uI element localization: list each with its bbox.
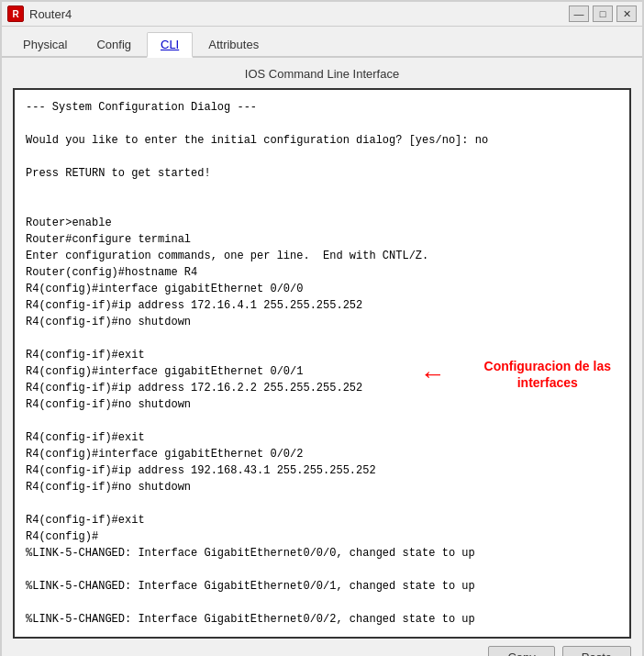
terminal[interactable]: --- System Configuration Dialog --- Woul… xyxy=(15,90,629,637)
main-window: R Router4 — □ ✕ Physical Config CLI Attr… xyxy=(0,0,644,656)
terminal-text: --- System Configuration Dialog --- Woul… xyxy=(26,99,618,628)
content-area: IOS Command Line Interface --- System Co… xyxy=(2,58,642,656)
title-bar: R Router4 — □ ✕ xyxy=(2,2,642,27)
button-bar: Copy Paste xyxy=(13,639,631,656)
title-controls: — □ ✕ xyxy=(569,6,637,22)
minimize-button[interactable]: — xyxy=(569,6,589,22)
paste-button[interactable]: Paste xyxy=(562,646,631,656)
tab-config[interactable]: Config xyxy=(83,32,145,56)
tab-attributes[interactable]: Attributes xyxy=(194,32,272,56)
tab-bar: Physical Config CLI Attributes xyxy=(2,27,642,58)
tab-cli[interactable]: CLI xyxy=(147,32,193,58)
close-button[interactable]: ✕ xyxy=(616,6,637,22)
window-icon: R xyxy=(7,6,24,22)
section-title: IOS Command Line Interface xyxy=(13,67,631,81)
window-title: Router4 xyxy=(29,7,72,21)
tab-physical[interactable]: Physical xyxy=(9,32,81,56)
terminal-container: --- System Configuration Dialog --- Woul… xyxy=(13,88,631,639)
copy-button[interactable]: Copy xyxy=(488,646,554,656)
maximize-button[interactable]: □ xyxy=(593,6,613,22)
title-bar-left: R Router4 xyxy=(7,6,72,22)
